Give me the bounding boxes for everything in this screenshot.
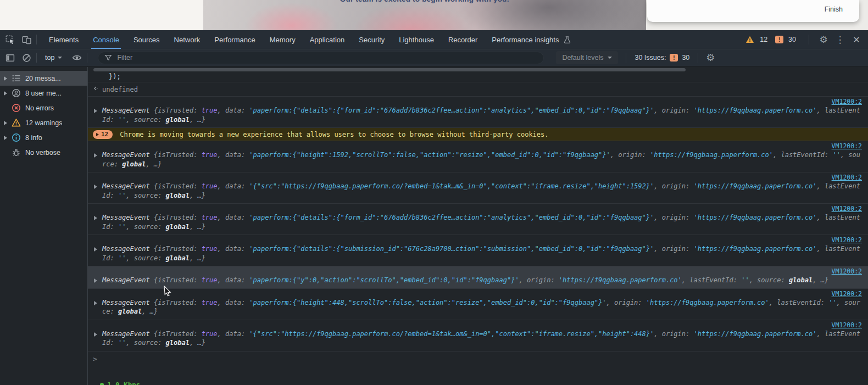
clear-console-icon[interactable]: [21, 53, 31, 63]
console-prompt[interactable]: >: [88, 351, 868, 365]
source-link[interactable]: VM1200:2: [832, 142, 862, 150]
log-levels-dropdown[interactable]: Default levels: [556, 51, 618, 64]
console-code-tail: });: [88, 67, 868, 82]
tab-sources[interactable]: Sources: [133, 30, 160, 49]
expand-caret-icon[interactable]: [94, 332, 97, 337]
console-sidebar-toggle-icon[interactable]: [5, 53, 15, 63]
source-link[interactable]: VM1200:2: [832, 321, 862, 329]
tabbar-right-controls: 12 ! 30 ⚙ ⋮ ✕: [745, 34, 868, 46]
warning-message-text: Chrome is moving towards a new experienc…: [120, 131, 548, 138]
expand-caret-icon[interactable]: [94, 109, 97, 113]
expand-caret-icon[interactable]: [94, 153, 97, 158]
expand-caret-icon[interactable]: [94, 185, 97, 189]
issues-summary[interactable]: 30 Issues: ! 30: [635, 54, 689, 62]
tab-label: Security: [359, 31, 385, 49]
console-message-row[interactable]: VM1200:2MessageEvent {isTrusted: true, d…: [88, 289, 868, 320]
filter-input[interactable]: [117, 54, 502, 62]
console-message-row[interactable]: VM1200:2MessageEvent {isTrusted: true, d…: [88, 172, 868, 204]
close-devtools-icon[interactable]: ✕: [849, 35, 864, 45]
context-selector[interactable]: top: [45, 54, 62, 62]
tab-recorder[interactable]: Recorder: [448, 30, 477, 49]
sidebar-item-label: 8 info: [25, 134, 42, 142]
source-line: VM1200:2: [102, 174, 864, 182]
expand-caret-icon[interactable]: [94, 216, 97, 220]
warning-count-badge[interactable]: 12: [93, 130, 113, 139]
expand-caret-icon[interactable]: [4, 76, 10, 81]
expand-caret-icon: [96, 133, 99, 136]
source-link[interactable]: VM1200:2: [832, 267, 862, 275]
source-link[interactable]: VM1200:2: [832, 205, 862, 213]
expand-caret-icon[interactable]: [94, 278, 97, 283]
tab-performance-insights[interactable]: Performance insights: [492, 30, 572, 49]
issues-icon: !: [670, 54, 678, 62]
console-message-row[interactable]: VM1200:2MessageEvent {isTrusted: true, d…: [88, 204, 868, 235]
sidebar-item-20-messa[interactable]: 20 messa...: [0, 71, 87, 86]
console-message-row[interactable]: VM1200:2MessageEvent {isTrusted: true, d…: [88, 266, 868, 289]
tab-network[interactable]: Network: [174, 30, 201, 49]
tab-performance[interactable]: Performance: [214, 30, 255, 49]
message-preview: MessageEvent {isTrusted: true, data: 'pa…: [102, 276, 864, 285]
sidebar-item-no-errors[interactable]: No errors: [0, 101, 87, 115]
source-link[interactable]: VM1200:2: [832, 98, 862, 105]
tab-label: Performance: [214, 31, 255, 49]
sidebar-item-no-verbose[interactable]: No verbose: [0, 145, 87, 160]
source-line: VM1200:2: [102, 290, 864, 298]
console-message-row[interactable]: VM1200:2MessageEvent {isTrusted: true, d…: [88, 235, 868, 266]
inspect-element-icon[interactable]: [5, 35, 15, 44]
tab-memory[interactable]: Memory: [270, 30, 296, 49]
console-messages: });undefinedVM1200:2MessageEvent {isTrus…: [88, 67, 868, 385]
finish-button[interactable]: Finish: [825, 5, 843, 13]
divider: [626, 53, 626, 63]
user-icon: [12, 88, 21, 98]
green-dot-icon: [100, 383, 104, 385]
console-toolbar: top Default levels 30 Issues: ! 30 ⚙: [0, 49, 868, 66]
tab-lighthouse[interactable]: Lighthouse: [399, 30, 434, 49]
network-speed-text: 1.0 Kbps: [107, 381, 140, 385]
tab-elements[interactable]: Elements: [49, 30, 79, 49]
expand-caret-icon[interactable]: [94, 247, 97, 252]
expand-caret-icon[interactable]: [4, 91, 10, 96]
settings-gear-icon[interactable]: ⚙: [816, 34, 831, 46]
expand-caret-icon[interactable]: [94, 301, 97, 305]
source-link[interactable]: VM1200:2: [832, 236, 862, 244]
warning-icon: [12, 118, 21, 127]
tab-label: Application: [310, 31, 345, 49]
tab-console[interactable]: Console: [93, 30, 119, 49]
warnings-triangle-icon[interactable]: [745, 35, 755, 44]
kebab-menu-icon[interactable]: ⋮: [833, 34, 847, 46]
tab-application[interactable]: Application: [310, 30, 345, 49]
console-result-row: undefined: [88, 82, 868, 97]
sidebar-item-label: No errors: [25, 104, 54, 112]
issues-count: 30: [788, 36, 796, 43]
source-link[interactable]: VM1200:2: [832, 174, 862, 181]
warning-badge-count: 12: [101, 131, 108, 138]
live-expression-eye-icon[interactable]: [72, 53, 82, 63]
sidebar-item-8-info[interactable]: 8 info: [0, 130, 87, 145]
console-message-row[interactable]: VM1200:2MessageEvent {isTrusted: true, d…: [88, 141, 868, 172]
sidebar-item-8-user-me[interactable]: 8 user me...: [0, 86, 87, 101]
expand-caret-icon[interactable]: [4, 136, 10, 140]
divider: [698, 53, 698, 63]
device-toolbar-icon[interactable]: [21, 35, 31, 44]
message-preview: MessageEvent {isTrusted: true, data: 'pa…: [102, 106, 864, 124]
divider: [36, 35, 37, 44]
console-message-row[interactable]: VM1200:2MessageEvent {isTrusted: true, d…: [88, 97, 868, 128]
flask-icon: [562, 35, 572, 44]
expand-caret-icon[interactable]: [4, 121, 10, 125]
tab-label: Lighthouse: [399, 31, 434, 49]
tab-security[interactable]: Security: [359, 30, 385, 49]
issues-summary-count: 30: [682, 54, 689, 62]
source-line: VM1200:2: [102, 98, 864, 106]
filter-funnel-icon: [103, 53, 113, 63]
background-page: Our team is excited to begin working wit…: [0, 0, 868, 30]
issues-icon[interactable]: !: [775, 36, 783, 43]
console-warning-group[interactable]: 12Chrome is moving towards a new experie…: [88, 128, 868, 141]
console-settings-gear-icon[interactable]: ⚙: [703, 52, 717, 64]
list-icon: [12, 74, 21, 83]
message-preview: MessageEvent {isTrusted: true, data: 'pa…: [102, 298, 864, 316]
context-label: top: [45, 54, 54, 62]
source-link[interactable]: VM1200:2: [832, 290, 862, 298]
sidebar-item-12-warnings[interactable]: 12 warnings: [0, 115, 87, 130]
console-message-row[interactable]: VM1200:2MessageEvent {isTrusted: true, d…: [88, 320, 868, 351]
tab-label: Recorder: [448, 31, 477, 49]
